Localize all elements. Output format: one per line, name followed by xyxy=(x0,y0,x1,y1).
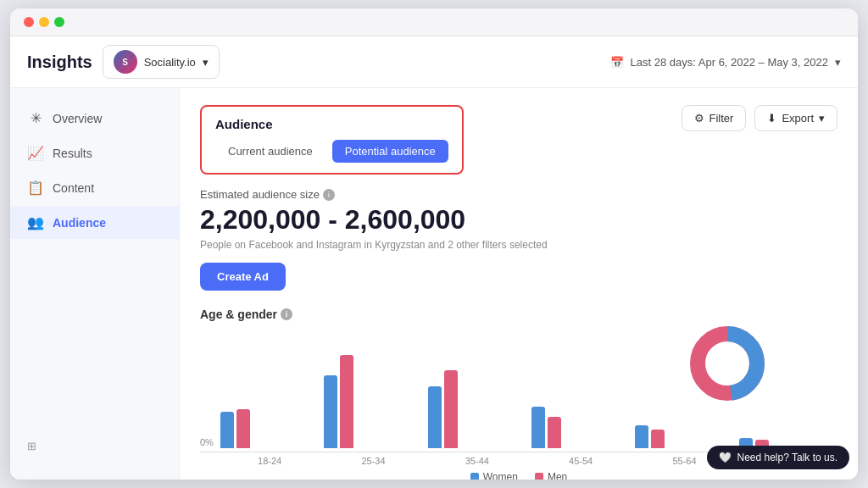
calendar-icon: 📅 xyxy=(610,56,624,69)
men-bar xyxy=(236,409,250,448)
bar-group-35-44 xyxy=(428,370,526,448)
sidebar-item-overview[interactable]: ✳ Overview xyxy=(10,102,179,135)
title-bar xyxy=(10,8,858,36)
legend-women: Women 47.9% xyxy=(470,471,518,480)
tab-potential-audience[interactable]: Potential audience xyxy=(332,140,448,163)
women-bar xyxy=(531,407,545,448)
sidebar-label-content: Content xyxy=(53,181,94,195)
men-label: Men xyxy=(548,471,567,480)
date-range-selector[interactable]: 📅 Last 28 days: Apr 6, 2022 – May 3, 202… xyxy=(610,56,841,69)
sidebar-item-results[interactable]: 📈 Results xyxy=(10,136,179,169)
age-gender-info-icon: i xyxy=(281,308,292,320)
chart-legend: Women 47.9% Men 52.1% xyxy=(200,471,837,480)
bar-group-45-54 xyxy=(531,407,630,448)
content-icon: 📋 xyxy=(27,180,44,196)
filter-button[interactable]: ⚙ Filter xyxy=(682,105,747,131)
bar-group-18-24 xyxy=(220,409,319,448)
bar-group-55-64 xyxy=(635,425,733,448)
info-icon: i xyxy=(323,189,335,201)
sidebar-label-audience: Audience xyxy=(53,216,106,230)
x-label-45-54: 45-54 xyxy=(531,456,630,466)
traffic-lights xyxy=(24,17,64,27)
app-title: Insights xyxy=(27,53,92,72)
y-axis-label: 0% xyxy=(200,437,214,447)
women-label: Women xyxy=(483,471,518,480)
create-ad-button[interactable]: Create Ad xyxy=(200,263,286,291)
audience-tabs: Current audience Potential audience xyxy=(215,140,448,163)
age-gender-title: Age & gender i xyxy=(200,308,837,321)
audience-size: 2,200,000 - 2,600,000 xyxy=(200,204,837,236)
minimize-button[interactable] xyxy=(39,17,49,27)
men-bar xyxy=(340,355,353,448)
header-left: Insights S Sociality.io ▾ xyxy=(27,45,220,79)
brand-selector[interactable]: S Sociality.io ▾ xyxy=(103,45,220,79)
export-button[interactable]: ⬇ Export ▾ xyxy=(754,105,837,131)
sidebar-label-results: Results xyxy=(53,147,92,160)
audience-box-title: Audience xyxy=(215,117,448,131)
women-dot xyxy=(470,473,479,480)
sidebar-label-overview: Overview xyxy=(53,112,102,125)
date-chevron-icon: ▾ xyxy=(835,56,841,69)
heart-icon: 🤍 xyxy=(719,452,732,463)
brand-name: Sociality.io xyxy=(144,56,196,69)
app-header: Insights S Sociality.io ▾ 📅 Last 28 days… xyxy=(10,36,858,88)
sidebar-toggle-icon: ⊞ xyxy=(27,440,36,452)
sidebar-nav: ✳ Overview 📈 Results 📋 Content 👥 Audienc… xyxy=(10,102,179,239)
women-bar xyxy=(635,425,648,448)
legend-men: Men 52.1% xyxy=(535,471,567,480)
sidebar-item-audience[interactable]: 👥 Audience xyxy=(10,206,179,239)
audience-desc: People on Facebook and Instagram in Kyrg… xyxy=(200,239,837,251)
chevron-down-icon: ▾ xyxy=(203,56,209,69)
women-bar xyxy=(428,386,442,448)
close-button[interactable] xyxy=(24,17,34,27)
help-badge[interactable]: 🤍 Need help? Talk to us. xyxy=(707,446,849,469)
sidebar-footer[interactable]: ⊞ xyxy=(10,426,179,466)
bar-group-25-34 xyxy=(324,355,422,448)
men-dot xyxy=(535,473,543,480)
results-icon: 📈 xyxy=(27,145,44,161)
audience-icon: 👥 xyxy=(27,214,44,230)
header-actions: ⚙ Filter ⬇ Export ▾ xyxy=(682,105,837,131)
tab-current-audience[interactable]: Current audience xyxy=(215,140,326,163)
x-label-18-24: 18-24 xyxy=(220,456,319,466)
maximize-button[interactable] xyxy=(54,17,64,27)
export-icon: ⬇ xyxy=(767,112,776,125)
bars-row xyxy=(200,338,837,448)
sidebar: ✳ Overview 📈 Results 📋 Content 👥 Audienc… xyxy=(10,88,180,480)
content-header: Audience Current audience Potential audi… xyxy=(200,105,837,175)
women-bar xyxy=(220,412,234,448)
brand-logo: S xyxy=(114,50,137,74)
content-area: Audience Current audience Potential audi… xyxy=(180,88,858,480)
help-text: Need help? Talk to us. xyxy=(737,452,837,463)
women-bar xyxy=(324,375,337,448)
men-bar xyxy=(548,417,561,448)
audience-box: Audience Current audience Potential audi… xyxy=(200,105,464,175)
men-bar xyxy=(651,430,665,448)
sidebar-item-content[interactable]: 📋 Content xyxy=(10,171,179,204)
main-content: ✳ Overview 📈 Results 📋 Content 👥 Audienc… xyxy=(10,88,858,480)
estimated-label: Estimated audience size i xyxy=(200,188,837,201)
men-bar xyxy=(444,370,458,448)
overview-icon: ✳ xyxy=(27,110,44,126)
x-label-25-34: 25-34 xyxy=(324,456,422,466)
export-chevron-icon: ▾ xyxy=(819,112,825,125)
x-label-35-44: 35-44 xyxy=(428,456,526,466)
filter-icon: ⚙ xyxy=(694,112,704,125)
date-range-text: Last 28 days: Apr 6, 2022 – May 3, 2022 xyxy=(631,56,828,69)
